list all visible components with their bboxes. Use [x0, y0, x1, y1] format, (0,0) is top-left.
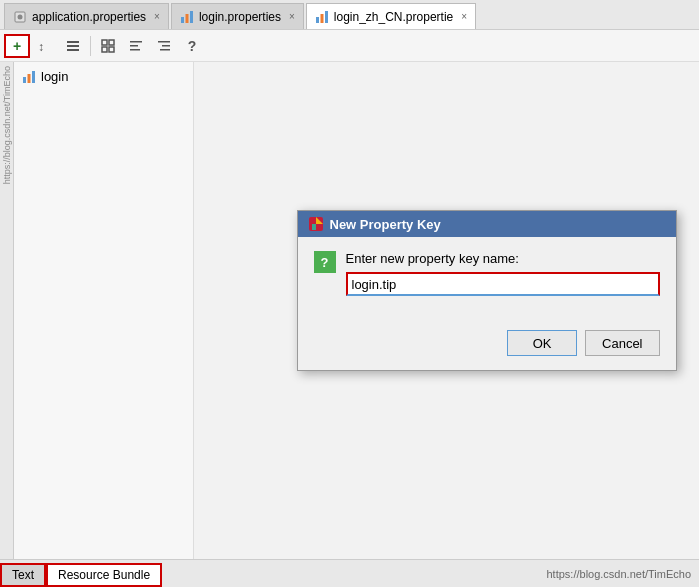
- tab-label: login.properties: [199, 10, 281, 24]
- help-button[interactable]: ?: [179, 34, 205, 58]
- align2-button[interactable]: [151, 34, 177, 58]
- svg-rect-3: [185, 14, 188, 23]
- bottom-tab-resource-bundle[interactable]: Resource Bundle: [46, 563, 162, 587]
- dialog-overlay: New Property Key ? Enter new property ke…: [194, 62, 699, 559]
- dialog: New Property Key ? Enter new property ke…: [297, 210, 677, 371]
- property-key-input[interactable]: [346, 272, 660, 296]
- tab-bar: application.properties × login.propertie…: [0, 0, 699, 30]
- status-bar: https://blog.csdn.net/TimEcho: [547, 560, 700, 587]
- svg-rect-7: [325, 11, 328, 23]
- bar-chart-icon: [180, 10, 194, 24]
- sort-button[interactable]: ↕: [32, 34, 58, 58]
- svg-rect-22: [23, 77, 26, 83]
- config-icon: [100, 38, 116, 54]
- toolbar: + ↕ ?: [0, 30, 699, 62]
- dialog-title-bar: New Property Key: [298, 211, 676, 237]
- bottom-tab-text[interactable]: Text: [0, 563, 46, 587]
- align-button[interactable]: [123, 34, 149, 58]
- dialog-body: ? Enter new property key name:: [298, 237, 676, 322]
- tree-item-label: login: [41, 69, 68, 84]
- svg-rect-9: [67, 41, 79, 43]
- svg-rect-11: [67, 49, 79, 51]
- tree-bar-chart-icon: [22, 70, 36, 84]
- tab-label: application.properties: [32, 10, 146, 24]
- tab-login-zh-cn-properties[interactable]: login_zh_CN.propertie ×: [306, 3, 476, 29]
- tab-application-properties[interactable]: application.properties ×: [4, 3, 169, 29]
- svg-rect-15: [109, 47, 114, 52]
- cancel-button[interactable]: Cancel: [585, 330, 659, 356]
- bar-chart-icon2: [315, 10, 329, 24]
- svg-rect-18: [130, 49, 140, 51]
- svg-rect-14: [102, 47, 107, 52]
- svg-rect-10: [67, 45, 79, 47]
- svg-text:↕: ↕: [38, 40, 44, 54]
- align2-icon: [156, 38, 172, 54]
- svg-rect-12: [102, 40, 107, 45]
- bottom-tab-text-label: Text: [12, 568, 34, 582]
- main-content: https://blog.csdn.net/TimEcho login: [0, 62, 699, 559]
- add-button[interactable]: +: [4, 34, 30, 58]
- tree-item-login[interactable]: login: [14, 66, 193, 87]
- tab-label: login_zh_CN.propertie: [334, 10, 453, 24]
- dialog-title: New Property Key: [330, 217, 441, 232]
- left-panel: login: [14, 62, 194, 559]
- dialog-row: ? Enter new property key name:: [314, 251, 660, 296]
- help-icon: ?: [314, 251, 336, 273]
- side-label: https://blog.csdn.net/TimEcho: [2, 66, 12, 184]
- svg-rect-5: [316, 17, 319, 23]
- ok-button[interactable]: OK: [507, 330, 577, 356]
- toolbar-separator: [90, 36, 91, 56]
- align-icon: [128, 38, 144, 54]
- tab-close-btn[interactable]: ×: [154, 11, 160, 22]
- svg-rect-6: [320, 14, 323, 23]
- side-edge: https://blog.csdn.net/TimEcho: [0, 62, 14, 559]
- sort-icon: ↕: [37, 38, 53, 54]
- right-content: New Property Key ? Enter new property ke…: [194, 62, 699, 559]
- svg-rect-20: [162, 45, 170, 47]
- dialog-title-icon: [308, 216, 324, 232]
- svg-rect-27: [312, 224, 316, 230]
- svg-rect-21: [160, 49, 170, 51]
- gear-icon: [13, 10, 27, 24]
- dialog-buttons: OK Cancel: [298, 322, 676, 370]
- bottom-tab-resource-label: Resource Bundle: [58, 568, 150, 582]
- svg-rect-17: [130, 45, 138, 47]
- dialog-label: Enter new property key name:: [346, 251, 660, 266]
- list-icon: [65, 38, 81, 54]
- svg-rect-4: [190, 11, 193, 23]
- list-button[interactable]: [60, 34, 86, 58]
- svg-rect-23: [28, 74, 31, 83]
- svg-rect-13: [109, 40, 114, 45]
- svg-rect-24: [32, 71, 35, 83]
- tab-login-properties[interactable]: login.properties ×: [171, 3, 304, 29]
- svg-rect-19: [158, 41, 170, 43]
- svg-rect-2: [181, 17, 184, 23]
- tab-close-btn[interactable]: ×: [461, 11, 467, 22]
- status-url: https://blog.csdn.net/TimEcho: [547, 568, 692, 580]
- config-button[interactable]: [95, 34, 121, 58]
- svg-rect-16: [130, 41, 142, 43]
- svg-point-1: [18, 14, 23, 19]
- bottom-bar: Text Resource Bundle https://blog.csdn.n…: [0, 559, 699, 587]
- tab-close-btn[interactable]: ×: [289, 11, 295, 22]
